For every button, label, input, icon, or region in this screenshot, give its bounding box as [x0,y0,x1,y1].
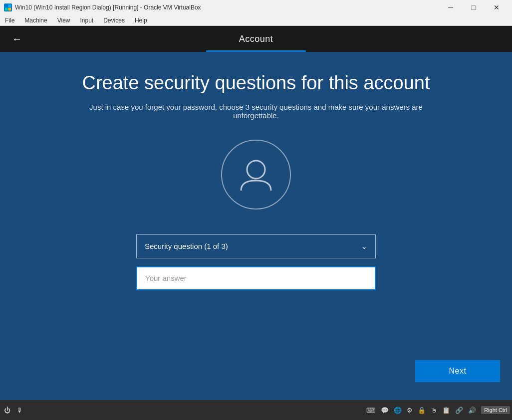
answer-input[interactable] [136,266,376,290]
user-avatar-icon [236,155,276,195]
maximize-button[interactable]: □ [462,0,485,15]
avatar-container [221,140,291,210]
taskbar-power-icon[interactable]: ⏻ [2,406,12,415]
back-button[interactable]: ← [8,30,26,48]
svg-rect-2 [5,8,8,11]
titlebar-title: Win10 (Win10 Install Region Dialog) [Run… [15,4,436,11]
menu-input[interactable]: Input [75,16,99,25]
menu-machine[interactable]: Machine [19,16,52,25]
page-title: Create security questions for this accou… [82,72,430,95]
app-icon [4,3,12,11]
menu-devices[interactable]: Devices [98,16,130,25]
bottom-taskbar: ⏻ 🎙 ⌨ 💬 🌐 ⚙ 🔒 🖱 📋 🔗 🔊 Right Ctrl [0,400,512,420]
vm-header: ← Account [0,26,512,52]
tray-keyboard-icon[interactable]: ⌨ [364,406,378,415]
svg-rect-3 [8,8,11,11]
tray-notification-icon[interactable]: 💬 [379,406,391,415]
menu-file[interactable]: File [0,16,19,25]
tray-settings-icon[interactable]: ⚙ [405,406,415,415]
back-arrow-icon: ← [12,33,22,45]
vm-window: ← Account Create security questions for … [0,26,512,420]
tray-network2-icon[interactable]: 🔗 [453,406,465,415]
tray-security-icon[interactable]: 🔒 [416,406,428,415]
menu-help[interactable]: Help [130,16,152,25]
close-button[interactable]: ✕ [485,0,508,15]
svg-rect-0 [5,4,8,7]
svg-point-4 [247,161,265,179]
tray-mouse-icon[interactable]: 🖱 [429,406,439,415]
menu-view[interactable]: View [52,16,75,25]
header-title: Account [239,34,273,44]
window-controls: ─ □ ✕ [439,0,508,15]
chevron-down-icon: ⌄ [361,242,367,250]
tray-clipboard-icon[interactable]: 📋 [440,406,452,415]
svg-rect-1 [8,4,11,7]
system-tray: ⌨ 💬 🌐 ⚙ 🔒 🖱 📋 🔗 🔊 Right Ctrl [364,406,510,415]
security-question-dropdown[interactable]: Security question (1 of 3) ⌄ [136,234,376,258]
dropdown-label: Security question (1 of 3) [145,242,228,250]
vm-content: Create security questions for this accou… [0,52,512,400]
next-button[interactable]: Next [415,360,500,382]
page-subtitle: Just in case you forget your password, c… [81,103,431,120]
tray-network-icon[interactable]: 🌐 [392,406,404,415]
taskbar-mic-icon[interactable]: 🎙 [14,406,25,415]
titlebar: Win10 (Win10 Install Region Dialog) [Run… [0,0,512,15]
minimize-button[interactable]: ─ [439,0,462,15]
tray-volume-icon[interactable]: 🔊 [466,406,478,415]
menubar: File Machine View Input Devices Help [0,15,512,26]
right-ctrl-label: Right Ctrl [481,406,510,414]
